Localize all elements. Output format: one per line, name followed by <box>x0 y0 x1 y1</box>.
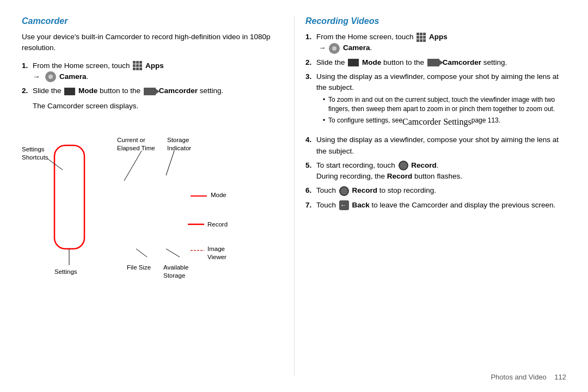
right-step-num-7: 7. <box>305 200 316 211</box>
step-num-2: 2. <box>22 85 33 96</box>
record-label: Record <box>207 220 228 229</box>
settings-bottom-label: Settings <box>54 268 77 276</box>
right-section-title: Recording Videos <box>305 16 566 26</box>
bullet-settings: To configure settings, see Camcorder Set… <box>323 116 566 128</box>
mode-label-r2: Mode <box>362 58 381 66</box>
right-step-content-7: Touch Back to leave the Camcorder and di… <box>316 200 566 211</box>
footer-text: Photos and Video <box>491 373 546 381</box>
step3-bullets: To zoom in and out on the current subjec… <box>323 95 566 128</box>
right-step-1: 1. From the Home screen, touch Apps → Ca… <box>305 32 566 54</box>
apps-label-r1: Apps <box>429 33 448 41</box>
camera-icon-r1 <box>329 43 340 54</box>
bullet-zoom: To zoom in and out on the current subjec… <box>323 95 566 114</box>
apps-icon-r1 <box>416 33 426 42</box>
svg-line-8 <box>136 249 147 257</box>
svg-line-2 <box>124 151 142 181</box>
available-storage-label: AvailableStorage <box>163 264 188 280</box>
settings-shortcuts-label: SettingsShortcuts <box>22 145 48 162</box>
right-step-content-1: From the Home screen, touch Apps → Camer… <box>316 32 566 54</box>
right-step-num-5: 5. <box>305 160 316 182</box>
right-column: Recording Videos 1. From the Home screen… <box>294 16 566 376</box>
file-size-label: File Size <box>127 264 151 272</box>
right-step-num-1: 1. <box>305 32 316 54</box>
right-step-4: 4. Using the display as a viewfinder, co… <box>305 134 566 157</box>
right-step-num-2: 2. <box>305 57 316 68</box>
right-step-3: 3. Using the display as a viewfinder, co… <box>305 71 566 132</box>
right-steps: 1. From the Home screen, touch Apps → Ca… <box>305 32 566 211</box>
camcorder-screen-text: The Camcorder screen displays. <box>33 102 278 110</box>
right-step-num-3: 3. <box>305 71 316 132</box>
svg-line-3 <box>166 151 174 175</box>
arrow-1: → <box>33 72 40 81</box>
svg-line-9 <box>166 249 180 257</box>
mode-icon-1 <box>64 88 75 95</box>
back-label-r7: Back <box>352 201 370 209</box>
camera-label-1: Camera <box>59 72 87 81</box>
right-step-6: 6. Touch Record to stop recording. <box>305 185 566 196</box>
diagram-area: SettingsShortcuts Current orElapsed Time… <box>22 115 272 301</box>
step-content-2: Slide the Mode button to the Camcorder s… <box>33 85 278 96</box>
step-content-1: From the Home screen, touch Apps → Camer… <box>33 60 278 83</box>
page: Camcorder Use your device's built-in Cam… <box>0 0 588 392</box>
image-viewer-label: ImageViewer <box>207 245 226 261</box>
left-steps: 1. From the Home screen, touch Apps → Ca… <box>22 60 278 97</box>
left-section-title: Camcorder <box>22 16 278 26</box>
right-step-content-6: Touch Record to stop recording. <box>316 185 566 196</box>
camcorder-label-1: Camcorder <box>159 87 198 95</box>
camera-icon-1 <box>45 71 56 82</box>
right-step-2: 2. Slide the Mode button to the Camcorde… <box>305 57 566 68</box>
apps-icon-1 <box>133 61 142 70</box>
footer-page: 112 <box>554 373 566 381</box>
arrow-r1: → <box>318 44 326 52</box>
page-footer: Photos and Video 112 <box>491 373 566 381</box>
camera-label-r1: Camera <box>343 44 370 52</box>
current-elapsed-label: Current orElapsed Time <box>117 136 155 152</box>
apps-label-1: Apps <box>145 62 164 70</box>
left-step-1: 1. From the Home screen, touch Apps → Ca… <box>22 60 278 83</box>
right-step-content-3: Using the display as a viewfinder, compo… <box>316 71 566 132</box>
mode-label-1: Mode <box>78 87 97 95</box>
right-step-num-6: 6. <box>305 185 316 196</box>
mode-label: Mode <box>211 191 226 199</box>
right-step-7: 7. Touch Back to leave the Camcorder and… <box>305 200 566 211</box>
intro-text: Use your device's built-in Camcorder to … <box>22 32 278 54</box>
camcorder-icon-r2 <box>427 59 439 66</box>
camcorder-icon-1 <box>144 88 156 95</box>
right-step-content-5: To start recording, touch Record. During… <box>316 160 566 182</box>
left-step-2: 2. Slide the Mode button to the Camcorde… <box>22 85 278 96</box>
right-step-num-4: 4. <box>305 134 316 157</box>
right-step-content-4: Using the display as a viewfinder, compo… <box>316 134 566 157</box>
record-label-r5: Record <box>411 161 437 169</box>
left-column: Camcorder Use your device's built-in Cam… <box>22 16 294 376</box>
mode-icon-r2 <box>348 59 359 66</box>
record-bold-r5: Record <box>387 172 413 180</box>
back-icon-r7 <box>339 200 349 210</box>
svg-line-1 <box>48 159 63 170</box>
camcorder-label-r2: Camcorder <box>443 58 481 66</box>
right-step-5: 5. To start recording, touch Record. Dur… <box>305 160 566 182</box>
record-icon-r5 <box>399 161 408 170</box>
svg-rect-0 <box>54 145 84 249</box>
storage-indicator-label: StorageIndicator <box>167 136 191 152</box>
step-num-1: 1. <box>22 60 33 83</box>
camcorder-settings-large: Camcorder Settings <box>402 116 471 128</box>
record-icon-r6 <box>339 186 349 196</box>
record-label-r6: Record <box>352 186 378 194</box>
right-step-content-2: Slide the Mode button to the Camcorder s… <box>316 57 566 68</box>
